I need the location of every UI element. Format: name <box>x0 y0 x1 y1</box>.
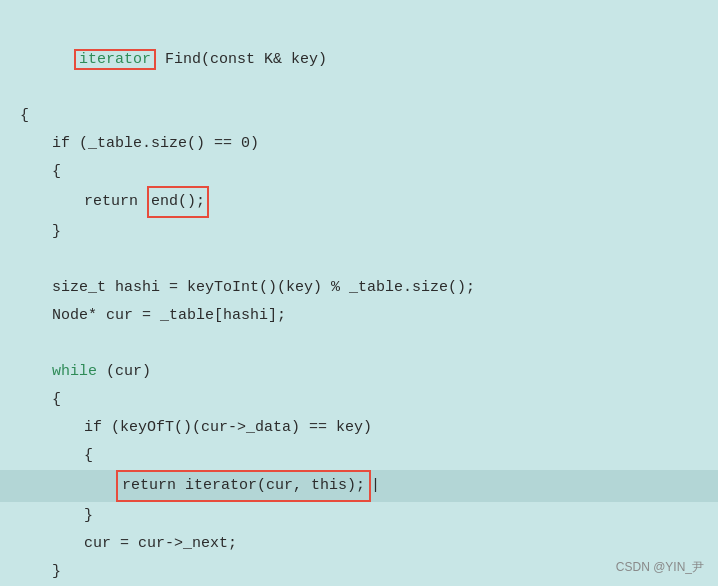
code-line-5: return end(); <box>20 186 698 218</box>
code-container: iterator Find(const K& key) { if (_table… <box>0 0 718 586</box>
code-line-16: } <box>20 502 698 530</box>
brace-open-4: { <box>84 442 93 470</box>
line3-text: if (_table.size() == 0) <box>52 130 259 158</box>
watermark: CSDN @YIN_尹 <box>616 559 704 576</box>
brace-close-3: } <box>52 558 61 586</box>
return-keyword-1: return <box>84 188 147 216</box>
code-line-15: return iterator(cur, this);| <box>0 470 718 502</box>
keyword-while: while <box>52 358 97 386</box>
cursor: | <box>371 472 380 500</box>
code-line-13: if (keyOfT()(cur->_data) == key) <box>20 414 698 442</box>
code-line-8: size_t hashi = keyToInt()(key) % _table.… <box>20 274 698 302</box>
code-line-11: while (cur) <box>20 358 698 386</box>
code-line-7 <box>20 246 698 274</box>
end-call-1: end(); <box>147 186 209 218</box>
brace-open-2: { <box>52 158 61 186</box>
keyword-iterator: iterator <box>74 49 156 70</box>
return-iterator-box: return iterator(cur, this); <box>116 470 371 502</box>
code-line-10 <box>20 330 698 358</box>
code-line-14: { <box>20 442 698 470</box>
code-line-6: } <box>20 218 698 246</box>
brace-close-1: } <box>52 218 61 246</box>
line1-rest: Find(const K& key) <box>156 51 327 68</box>
line17-text: cur = cur->_next; <box>84 530 237 558</box>
code-line-17: cur = cur->_next; <box>20 530 698 558</box>
code-line-4: { <box>20 158 698 186</box>
line13-text: if (keyOfT()(cur->_data) == key) <box>84 414 372 442</box>
code-line-18: } <box>20 558 698 586</box>
code-line-9: Node* cur = _table[hashi]; <box>20 302 698 330</box>
code-line-1: iterator Find(const K& key) <box>20 18 698 102</box>
code-line-3: if (_table.size() == 0) <box>20 130 698 158</box>
brace-open-3: { <box>52 386 61 414</box>
brace-close-2: } <box>84 502 93 530</box>
code-line-2: { <box>20 102 698 130</box>
line9-text: Node* cur = _table[hashi]; <box>52 302 286 330</box>
while-condition: (cur) <box>97 358 151 386</box>
line8-text: size_t hashi = keyToInt()(key) % _table.… <box>52 274 475 302</box>
code-line-12: { <box>20 386 698 414</box>
brace-open-1: { <box>20 102 29 130</box>
